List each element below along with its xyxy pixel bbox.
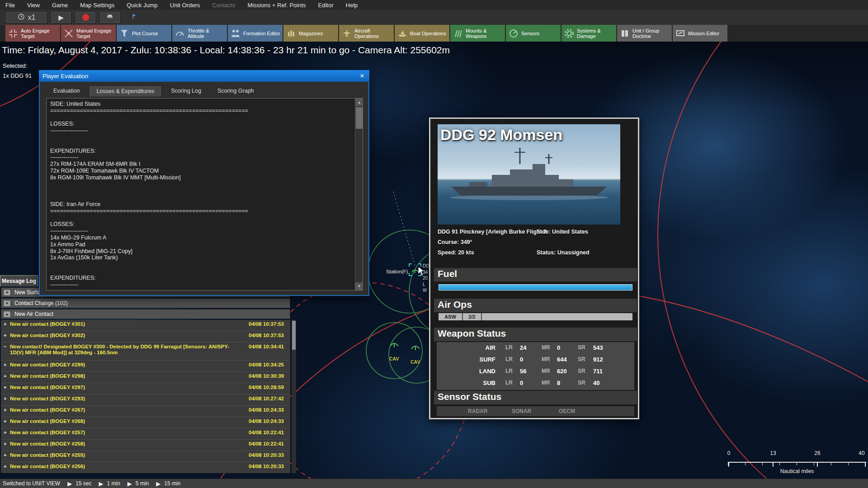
mission-editor-icon [675, 28, 686, 39]
screenshot-button[interactable] [99, 11, 120, 23]
sensor-radar-toggle[interactable]: RADAR [468, 408, 487, 414]
menu-map-settings[interactable]: Map Settings [80, 2, 114, 9]
log-group-contact-change[interactable]: ▼ Contact Change (102) [1, 298, 290, 308]
chevron-down-icon[interactable]: ▼ [3, 289, 11, 296]
ribbon-button-mission-editor[interactable]: Mission Editor [673, 25, 727, 42]
scrollbar-thumb[interactable] [292, 321, 296, 350]
menu-help[interactable]: Help [346, 2, 358, 9]
status-bar: Switched to UNIT VIEW ▶ 15 sec ▶ 1 min ▶… [0, 479, 868, 488]
log-entry[interactable]: +New air contact (BOGEY #267)04/08 10:24… [1, 406, 290, 417]
weapon-status-table: AIR LR24 MR0 SR543 SURF LR0 MR644 SR912 … [437, 342, 634, 390]
air-ops-ready-cell[interactable]: 2/2 [463, 313, 482, 320]
ribbon-button-sensors[interactable]: Sensors [506, 25, 561, 42]
play-15sec-icon[interactable]: ▶ [67, 480, 72, 487]
play-icon: ▶ [58, 14, 64, 22]
log-entry[interactable]: +New air contact (BOGEY #297)04/08 10:28… [1, 383, 290, 394]
fuel-gauge [439, 284, 632, 291]
log-entry[interactable]: +New air contact (BOGEY #268)04/08 10:24… [1, 417, 290, 428]
bookmark-button[interactable] [124, 11, 145, 23]
scale-tick-label: 13 [770, 450, 776, 456]
play-1min-icon[interactable]: ▶ [99, 480, 104, 487]
radar-icon [508, 28, 519, 39]
unit-course: Course: 349° [438, 239, 472, 245]
clock-icon [17, 13, 25, 23]
sensor-sonar-toggle[interactable]: SONAR [512, 408, 531, 414]
ribbon-button-auto-engage-target[interactable]: Auto Engage Target [5, 25, 60, 42]
log-entry[interactable]: +New air contact (BOGEY #255)04/08 10:20… [1, 451, 290, 462]
missiles-icon [453, 28, 463, 39]
scale-minor-ticks [728, 463, 866, 465]
scale-tick-label: 0 [727, 450, 731, 456]
tab-losses-expenditures[interactable]: Losses & Expenditures [89, 85, 162, 97]
interval-1-min[interactable]: 1 min [107, 480, 120, 487]
log-entry[interactable]: +New air contact (BOGEY #301)04/08 10:37… [1, 320, 290, 331]
menu-file[interactable]: File [5, 2, 15, 9]
log-entry[interactable]: +New air contact (BOGEY #298)04/08 10:30… [1, 372, 290, 383]
ribbon-button-throttle-altitude[interactable]: Throttle & Altitude [172, 25, 227, 42]
time-compression-button[interactable]: x1 [5, 11, 47, 23]
unit-class-line: DDG 91 Pinckney [Arleigh Burke Flight II [438, 229, 547, 235]
ribbon-button-systems-damage[interactable]: Systems & Damage [561, 25, 616, 42]
ribbon-button-boat-operations[interactable]: Boat Operations [395, 25, 449, 42]
log-entry[interactable]: −New contact! Designated BOGEY #300 - De… [1, 343, 290, 361]
scrollbar-thumb[interactable] [356, 107, 363, 129]
magazines-icon [286, 28, 297, 39]
menu-contacts[interactable]: Contacts [212, 2, 235, 9]
play-15min-icon[interactable]: ▶ [156, 480, 160, 487]
play-button[interactable]: ▶ [51, 11, 71, 23]
menu-game[interactable]: Game [52, 2, 68, 9]
log-entry[interactable]: +New air contact (BOGEY #256)04/08 10:20… [1, 462, 290, 473]
ribbon-button-plot-course[interactable]: Plot Course [117, 25, 171, 42]
chevron-up-icon[interactable]: ▲ [3, 311, 11, 318]
sensor-status-header: Sensor Status [434, 391, 637, 404]
log-group-new-air-contact[interactable]: ▲ New Air Contact [1, 309, 290, 319]
ribbon-button-mounts-weapons[interactable]: Mounts & Weapons [450, 25, 505, 42]
air-ops-asw-cell[interactable]: ASW [439, 313, 463, 320]
menu-editor[interactable]: Editor [318, 2, 334, 9]
sensor-oecm-toggle[interactable]: OECM [559, 408, 575, 414]
log-entry[interactable]: +New air contact (BOGEY #302)04/08 10:37… [1, 331, 290, 343]
log-entry[interactable]: +New air contact (BOGEY #257)04/08 10:22… [1, 428, 290, 440]
menu-bar: File View Game Map Settings Quick Jump U… [0, 0, 868, 10]
scroll-up-icon[interactable]: ▲ [355, 99, 363, 106]
menu-unit-orders[interactable]: Unit Orders [170, 2, 200, 9]
ribbon-button-aircraft-operations[interactable]: Aircraft Operations [339, 25, 394, 42]
log-entry[interactable]: +New air contact (BOGEY #258)04/08 10:22… [1, 440, 290, 451]
interval-15-sec[interactable]: 15 sec [75, 480, 91, 487]
log-entry[interactable]: +New air contact (BOGEY #299)04/08 10:34… [1, 361, 290, 372]
unit-status: Status: Unassigned [537, 249, 590, 256]
message-log-panel: Message Log ▼ New Surfac ▼ Contact Chang… [0, 275, 298, 473]
scale-unit-label: Nautical miles [780, 468, 814, 474]
message-log-scrollbar[interactable] [292, 320, 296, 473]
tab-scoring-graph[interactable]: Scoring Graph [210, 85, 261, 97]
transport-toolbar: x1 ▶ [0, 10, 868, 25]
ribbon-button-unit-group-doctrine[interactable]: Unit / Group Doctrine [617, 25, 672, 42]
record-button[interactable] [75, 11, 96, 23]
unit-label-cav-2: CAV [410, 359, 420, 365]
menu-quick-jump[interactable]: Quick Jump [127, 2, 158, 9]
interval-5-min[interactable]: 5 min [136, 480, 149, 487]
message-log-tab[interactable]: Message Log [0, 275, 38, 286]
close-icon[interactable]: ✕ [358, 72, 367, 80]
weapon-row-surf: SURF LR0 MR644 SR912 [437, 354, 634, 366]
chevron-down-icon[interactable]: ▼ [3, 300, 11, 307]
menu-missions-ref-points[interactable]: Missions + Ref. Points [248, 2, 306, 9]
log-entry[interactable]: +New air contact (BOGEY #293)04/08 10:27… [1, 394, 290, 406]
camera-icon [105, 13, 114, 23]
scale-tick-label: 26 [814, 450, 820, 456]
record-icon [82, 14, 89, 21]
interval-15-min[interactable]: 15 min [164, 480, 180, 487]
dialog-scrollbar[interactable]: ▲ ▼ [355, 99, 363, 290]
play-5min-icon[interactable]: ▶ [127, 480, 132, 487]
weapon-row-land: LAND LR56 MR620 SR711 [437, 366, 634, 377]
scroll-down-icon[interactable]: ▼ [355, 282, 363, 290]
ribbon-button-formation-editor[interactable]: Formation Editor [228, 25, 283, 42]
dialog-title-bar[interactable]: Player Evaluation ✕ [39, 70, 369, 82]
tab-evaluation[interactable]: Evaluation [46, 85, 87, 97]
tab-scoring-log[interactable]: Scoring Log [164, 85, 208, 97]
ribbon-button-manual-engage-target[interactable]: Manual Engage Target [61, 25, 116, 42]
sensor-status-row: RADAR SONAR OECM [437, 406, 634, 416]
ribbon-button-magazines[interactable]: Magazines [283, 25, 338, 42]
menu-view[interactable]: View [27, 2, 40, 9]
report-text: SIDE: United States ====================… [50, 101, 351, 288]
